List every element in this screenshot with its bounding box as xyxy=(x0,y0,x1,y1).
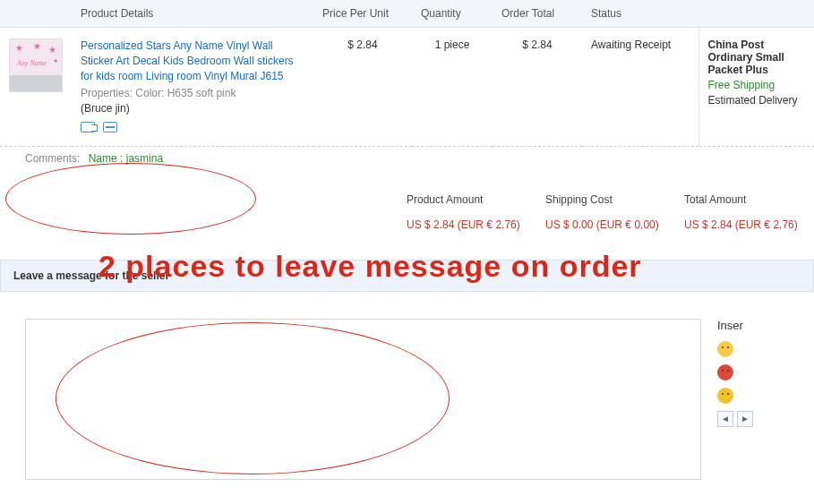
totals-block: Product Amount Shipping Cost Total Amoun… xyxy=(0,177,814,254)
col-status: Status xyxy=(582,0,698,28)
order-item-row: ★ ★ ★ ★ Any Name Personalized Stars Any … xyxy=(0,28,814,147)
val-product-amount: US $ 2.84 (EUR € 2,76) xyxy=(398,213,535,236)
th-shipping-cost: Shipping Cost xyxy=(536,188,673,211)
price-per-unit-value: $ 2.84 xyxy=(313,28,412,147)
col-order-total: Order Total xyxy=(493,0,582,28)
col-qty: Quantity xyxy=(412,0,493,28)
order-header-row: Product Details Price Per Unit Quantity … xyxy=(0,0,814,28)
emoji-laugh-icon[interactable] xyxy=(717,364,733,380)
seller-name: (Bruce jin) xyxy=(81,102,304,115)
status-value: Awaiting Receipt xyxy=(582,28,698,147)
val-shipping-cost: US $ 0.00 (EUR € 0,00) xyxy=(536,213,673,236)
emoji-panel: Inser ◄ ► xyxy=(717,319,789,480)
emoji-prev-button[interactable]: ◄ xyxy=(717,411,733,427)
payment-icon[interactable] xyxy=(103,122,117,132)
comments-value: Name : jasmina xyxy=(89,152,163,165)
emoji-smile-icon[interactable] xyxy=(717,341,733,357)
message-textarea[interactable] xyxy=(25,319,701,480)
shipping-icon[interactable] xyxy=(81,122,95,132)
th-product-amount: Product Amount xyxy=(398,188,535,211)
quantity-value: 1 piece xyxy=(412,28,493,147)
comments-row: Comments: Name : jasmina xyxy=(0,147,814,178)
shipping-method: China Post Ordinary Small Packet Plus xyxy=(708,38,806,76)
order-total-value: $ 2.84 xyxy=(493,28,582,147)
product-properties: Properties: Color: H635 soft pink xyxy=(81,87,304,99)
product-title-link[interactable]: Personalized Stars Any Name Vinyl Wall S… xyxy=(81,38,304,83)
emoji-pager: ◄ ► xyxy=(717,411,789,427)
emoji-next-button[interactable]: ► xyxy=(737,411,753,427)
th-total-amount: Total Amount xyxy=(675,188,812,211)
emoji-panel-title: Inser xyxy=(717,319,789,332)
estimated-delivery: Estimated Delivery xyxy=(708,94,806,107)
col-price: Price Per Unit xyxy=(313,0,412,28)
free-shipping-label: Free Shipping xyxy=(708,79,806,91)
comments-label: Comments: xyxy=(25,152,80,165)
emoji-wink-icon[interactable] xyxy=(717,388,733,404)
leave-message-header: Leave a message for the seller xyxy=(0,260,814,292)
order-table: Product Details Price Per Unit Quantity … xyxy=(0,0,814,177)
product-thumbnail[interactable]: ★ ★ ★ ★ Any Name xyxy=(9,38,63,92)
col-product-details: Product Details xyxy=(72,0,313,28)
val-total-amount: US $ 2.84 (EUR € 2,76) xyxy=(675,213,812,236)
